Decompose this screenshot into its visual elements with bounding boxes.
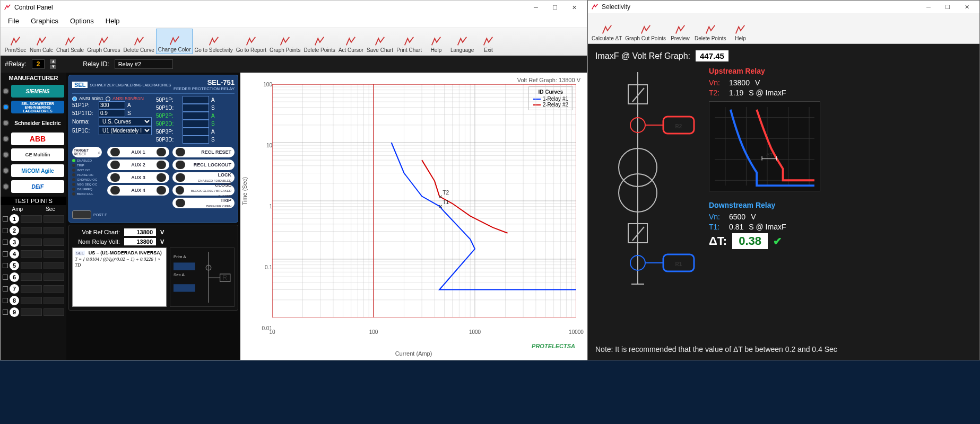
tb-prim-sec[interactable]: Prim/Sec [3,29,28,54]
tb-help[interactable]: Help [727,17,753,42]
radio-icon[interactable] [3,88,9,94]
test-point-row[interactable]: 1 [1,213,66,225]
target-reset-button[interactable]: TARGET RESET⌂ [72,147,102,157]
front-close[interactable]: CLOSEBLOCK CLOSE / BREAKER CLOSED [172,185,235,196]
plot-area[interactable]: T1✕T2✕ [272,84,576,317]
aux-button[interactable]: AUX 4 [107,185,169,196]
sel-minimize-button[interactable]: ─ [919,1,938,13]
maximize-button[interactable]: ☐ [545,2,565,13]
amp-cell[interactable] [21,215,42,223]
tb-graph-points[interactable]: Graph Points [268,29,302,54]
tb-delete-points[interactable]: Delete Points [302,29,336,54]
sec-cell[interactable] [44,227,65,234]
amp-cell[interactable] [21,238,42,246]
test-point-row[interactable]: 8 [1,295,66,306]
tb-chart-scale[interactable]: Chart Scale [55,29,85,54]
51p1c-select[interactable]: U1 (Moderately Inverse) [99,126,152,135]
checkbox[interactable] [3,286,8,292]
test-point-row[interactable]: 6 [1,271,66,283]
tb-calc-dt[interactable]: Calculate ΔT [590,17,623,42]
radio-icon[interactable] [3,152,9,158]
amp-cell[interactable] [21,227,42,234]
checkbox[interactable] [3,310,8,315]
close-button[interactable]: ✕ [565,2,584,13]
tb-help[interactable]: Help [423,29,449,54]
50p1d-input[interactable] [183,104,209,112]
tb-act-cursor[interactable]: Act Cursor [337,29,365,54]
tb-change-color[interactable]: Change Color [156,29,193,54]
ansi-toggle[interactable]: ANSI 50/51 ANSI 50N/51N [72,96,152,101]
ansi-50n-51n-radio[interactable] [106,96,110,101]
front-lock[interactable]: LOCKENABLED / DISABLED [172,172,235,183]
radio-icon[interactable] [3,136,9,142]
checkbox[interactable] [3,275,8,280]
sec-cell[interactable] [44,238,65,246]
mfr-ge[interactable]: GE Multilin [1,147,66,163]
imax-value[interactable]: 447.45 [696,50,729,61]
tb-go-to-report[interactable]: Go to Report [235,29,268,54]
tb-preview[interactable]: Preview [667,17,693,42]
front-recl-reset[interactable]: RECL RESET [172,147,235,157]
aux-button[interactable]: AUX 3 [107,172,169,183]
aux-button[interactable]: AUX 2 [107,160,169,170]
amp-cell[interactable] [21,297,42,304]
menu-graphics[interactable]: Graphics [31,17,58,25]
mfr-schneider[interactable]: Schneider Electric [1,115,66,131]
checkbox[interactable] [3,228,8,233]
50p1p-input[interactable] [183,96,209,104]
tb-graph-curves[interactable]: Graph Curves [85,29,122,54]
test-point-row[interactable]: 7 [1,283,66,295]
menu-file[interactable]: File [8,17,19,25]
tb-num-calc[interactable]: Num Calc [28,29,55,54]
51p1td-input[interactable] [99,109,125,117]
menu-help[interactable]: Help [106,17,120,25]
tb-go-to-selectivity[interactable]: Go to Selectivity [193,29,234,54]
tb-del-points[interactable]: Delete Points [693,17,727,42]
aux-button[interactable]: AUX 1 [107,147,169,157]
amp-cell[interactable] [21,308,42,316]
sel-maximize-button[interactable]: ☐ [938,1,957,13]
mfr-deif[interactable]: DEIF [1,179,66,195]
checkbox[interactable] [3,216,8,222]
51p1p-input[interactable] [99,101,125,109]
tb-language[interactable]: Language [449,29,476,54]
50p3p-input[interactable] [183,128,209,136]
sec-cell[interactable] [44,250,65,258]
sec-cell[interactable] [44,262,65,269]
tb-print-chart[interactable]: Print Chart [395,29,423,54]
mfr-sel[interactable]: SEL SCHWEITZER ENGINEERING LABORATORIES [1,99,66,115]
checkbox[interactable] [3,240,8,245]
amp-cell[interactable] [21,273,42,281]
mfr-micom[interactable]: MiCOM Agile [1,163,66,179]
sec-cell[interactable] [44,285,65,293]
relay-id-input[interactable] [115,59,173,69]
radio-icon[interactable] [3,183,9,190]
mfr-siemens[interactable]: SIEMENS [1,83,66,99]
minimize-button[interactable]: ─ [526,2,545,13]
radio-icon[interactable] [3,167,9,174]
amp-cell[interactable] [21,262,42,269]
menu-options[interactable]: Options [70,17,94,25]
radio-icon[interactable] [3,104,9,110]
50p2d-input[interactable] [183,120,209,128]
50p2p-input[interactable] [183,112,209,120]
sec-cell[interactable] [44,308,65,316]
front-recl-lockout[interactable]: RECL LOCKOUT [172,160,235,170]
volt-ref-value[interactable]: 13800 [124,228,156,236]
sec-cell[interactable] [44,297,65,304]
tb-exit[interactable]: Exit [475,29,501,54]
checkbox[interactable] [3,251,8,257]
checkbox[interactable] [3,298,8,303]
test-point-row[interactable]: 4 [1,248,66,260]
mfr-abb[interactable]: ABB [1,131,66,147]
test-point-row[interactable]: 3 [1,236,66,248]
ansi-50-51-radio[interactable] [72,96,77,101]
test-point-row[interactable]: 5 [1,260,66,271]
50p3d-input[interactable] [183,136,209,144]
nom-relay-value[interactable]: 13800 [124,238,156,245]
n-relay-stepper[interactable]: ▲▼ [50,59,56,69]
checkbox[interactable] [3,263,8,268]
tb-save-chart[interactable]: Save Chart [365,29,395,54]
tb-cut-points[interactable]: Graph Cut Points [623,17,667,42]
amp-cell[interactable] [21,250,42,258]
